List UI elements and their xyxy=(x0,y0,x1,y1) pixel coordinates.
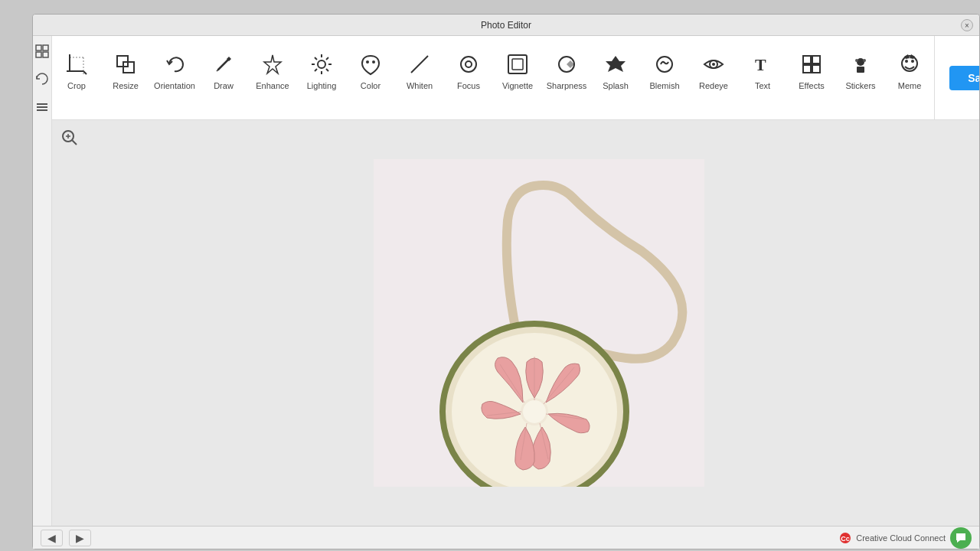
tool-stickers[interactable]: Stickers xyxy=(836,36,885,105)
svg-line-55 xyxy=(73,141,77,145)
tool-color[interactable]: Color xyxy=(346,36,395,105)
svg-line-26 xyxy=(315,69,317,71)
svg-line-14 xyxy=(218,59,229,70)
svg-rect-6 xyxy=(37,109,47,111)
svg-point-50 xyxy=(905,60,908,63)
orientation-label: Orientation xyxy=(154,81,195,90)
tool-draw[interactable]: Draw xyxy=(199,36,248,105)
svg-rect-0 xyxy=(36,45,41,51)
sidebar-icon-layers[interactable] xyxy=(33,97,51,116)
svg-point-45 xyxy=(857,58,864,66)
vignette-label: Vignette xyxy=(502,81,533,90)
tool-enhance[interactable]: Enhance xyxy=(248,36,297,105)
sidebar-icon-grid[interactable] xyxy=(33,42,51,60)
canvas-area xyxy=(52,120,979,526)
tool-whiten[interactable]: Whiten xyxy=(395,36,444,105)
resize-label: Resize xyxy=(113,81,139,90)
svg-line-15 xyxy=(217,69,219,71)
enhance-icon xyxy=(259,51,286,78)
lighting-icon xyxy=(308,51,335,78)
brand-icon: Cc xyxy=(839,532,851,544)
window-title: Photo Editor xyxy=(481,20,531,31)
lighting-label: Lighting xyxy=(307,81,337,90)
svg-line-29 xyxy=(411,56,428,73)
svg-point-48 xyxy=(863,59,866,62)
tool-focus[interactable]: Focus xyxy=(444,36,493,105)
svg-point-47 xyxy=(855,59,858,62)
crop-label: Crop xyxy=(67,81,86,90)
focus-icon xyxy=(455,51,482,78)
svg-marker-36 xyxy=(606,56,626,72)
zoom-icon[interactable] xyxy=(61,129,78,150)
tool-vignette[interactable]: Vignette xyxy=(493,36,542,105)
svg-rect-44 xyxy=(812,65,820,73)
bottom-right: Cc Creative Cloud Connect xyxy=(839,527,972,549)
redeye-label: Redeye xyxy=(699,81,728,90)
photo-canvas xyxy=(374,159,704,487)
svg-rect-46 xyxy=(857,67,864,73)
enhance-label: Enhance xyxy=(256,81,289,90)
left-sidebar xyxy=(33,36,52,526)
svg-point-63 xyxy=(523,400,546,423)
svg-point-27 xyxy=(366,60,369,64)
svg-point-18 xyxy=(318,60,325,68)
tool-redeye[interactable]: Redeye xyxy=(689,36,738,105)
svg-text:T: T xyxy=(755,55,766,74)
title-bar: Photo Editor × xyxy=(33,15,979,36)
splash-icon xyxy=(602,51,629,78)
svg-rect-33 xyxy=(512,59,523,70)
meme-label: Meme xyxy=(898,81,922,90)
vignette-icon xyxy=(504,51,531,78)
sidebar-icon-refresh[interactable] xyxy=(33,70,51,88)
whiten-label: Whiten xyxy=(407,81,433,90)
crop-icon xyxy=(63,51,90,78)
tool-crop[interactable]: Crop xyxy=(52,36,101,105)
close-button[interactable]: × xyxy=(961,19,973,31)
svg-line-24 xyxy=(326,69,328,71)
svg-point-28 xyxy=(372,60,375,64)
photo-editor-window: Photo Editor × xyxy=(32,14,980,549)
forward-button[interactable]: ▶ xyxy=(69,530,91,546)
svg-point-31 xyxy=(466,61,472,67)
tool-resize[interactable]: Resize xyxy=(101,36,150,105)
effects-icon xyxy=(798,51,825,78)
resize-icon xyxy=(112,51,139,78)
tool-effects[interactable]: Effects xyxy=(787,36,836,105)
stickers-icon xyxy=(847,51,874,78)
brand-text: Creative Cloud Connect xyxy=(856,533,946,543)
svg-point-37 xyxy=(657,57,672,72)
content-area: CropResizeOrientationDrawEnhanceLighting… xyxy=(33,36,979,526)
chat-button[interactable] xyxy=(950,527,972,549)
color-label: Color xyxy=(361,81,381,90)
tool-sharpness[interactable]: Sharpness xyxy=(542,36,591,105)
svg-line-23 xyxy=(315,57,317,60)
svg-rect-2 xyxy=(36,52,41,57)
back-button[interactable]: ◀ xyxy=(41,530,63,546)
text-label: Text xyxy=(755,81,770,90)
svg-marker-17 xyxy=(264,55,281,73)
svg-rect-1 xyxy=(43,45,48,51)
tool-meme[interactable]: Meme xyxy=(885,36,934,105)
stickers-label: Stickers xyxy=(845,81,875,90)
tool-blemish[interactable]: Blemish xyxy=(640,36,689,105)
tool-splash[interactable]: Splash xyxy=(591,36,640,105)
save-button[interactable]: Save xyxy=(949,66,979,90)
svg-rect-3 xyxy=(43,52,48,57)
text-icon: T xyxy=(749,51,776,78)
meme-icon xyxy=(896,51,923,78)
svg-rect-4 xyxy=(37,103,47,105)
tool-lighting[interactable]: Lighting xyxy=(297,36,346,105)
orientation-icon xyxy=(161,51,188,78)
svg-text:Cc: Cc xyxy=(841,535,850,543)
svg-point-39 xyxy=(712,63,715,66)
tool-orientation[interactable]: Orientation xyxy=(150,36,199,105)
tool-text[interactable]: TText xyxy=(738,36,787,105)
draw-label: Draw xyxy=(214,81,234,90)
svg-rect-32 xyxy=(508,55,527,73)
effects-label: Effects xyxy=(799,81,824,90)
toolbar-container: CropResizeOrientationDrawEnhanceLighting… xyxy=(52,36,979,120)
svg-rect-42 xyxy=(812,56,820,64)
toolbar: CropResizeOrientationDrawEnhanceLighting… xyxy=(52,36,934,119)
bottom-bar: ◀ ▶ Cc Creative Cloud Connect xyxy=(33,526,979,549)
blemish-icon xyxy=(651,51,678,78)
